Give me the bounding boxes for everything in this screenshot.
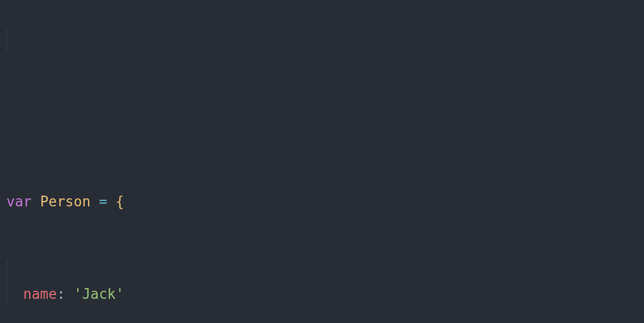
- string: 'Jack': [74, 286, 124, 302]
- operator: =: [99, 193, 107, 210]
- code-line: name: 'Jack': [6, 283, 644, 306]
- property: name: [23, 286, 57, 302]
- keyword: var: [6, 193, 32, 210]
- colon: :: [57, 286, 65, 302]
- brace: {: [116, 193, 125, 210]
- code-editor[interactable]: var Person = { name: 'Jack' } Object.sea…: [0, 0, 644, 323]
- code-line: var Person = {: [6, 190, 644, 213]
- variable: Person: [40, 193, 91, 210]
- indent-guide: [6, 28, 7, 52]
